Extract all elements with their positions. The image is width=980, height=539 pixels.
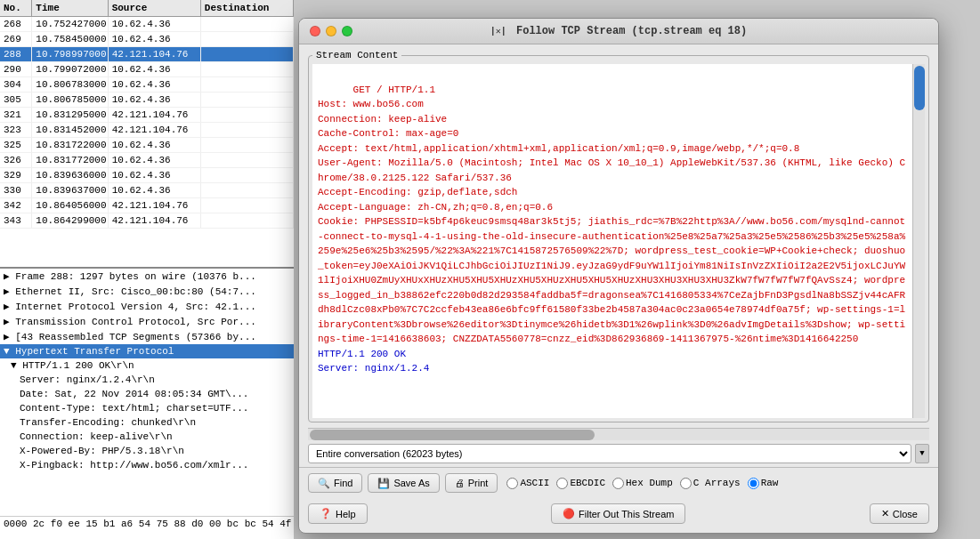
- ascii-radio[interactable]: [506, 478, 518, 489]
- cell-no: 326: [0, 153, 32, 167]
- conversation-select[interactable]: Entire conversation (62023 bytes): [308, 444, 911, 463]
- cell-no: 329: [0, 168, 32, 182]
- cell-time: 10.806783000: [32, 77, 108, 92]
- cell-source: 10.62.4.36: [109, 168, 201, 182]
- packet-row[interactable]: 268 10.752427000 10.62.4.36: [0, 17, 294, 32]
- filter-out-button[interactable]: 🔴 Filter Out This Stream: [551, 503, 685, 524]
- detail-rows: ▶ Frame 288: 1297 bytes on wire (10376 b…: [0, 269, 294, 472]
- cell-dest: [201, 62, 294, 76]
- detail-row[interactable]: ▼ HTTP/1.1 200 OK\r\n: [0, 358, 294, 373]
- tcp-stream-dialog: |✕| Follow TCP Stream (tcp.stream eq 18)…: [298, 18, 939, 534]
- bottom-button-row: ❓ Help 🔴 Filter Out This Stream ✕ Close: [299, 498, 938, 533]
- detail-row[interactable]: ▶ Internet Protocol Version 4, Src: 42.1…: [0, 299, 294, 314]
- detail-row[interactable]: Server: nginx/1.2.4\r\n: [0, 373, 294, 387]
- close-button[interactable]: ✕ Close: [870, 503, 929, 524]
- hexdump-radio-label[interactable]: Hex Dump: [612, 478, 673, 489]
- help-icon: ❓: [320, 508, 332, 519]
- detail-row[interactable]: X-Pingback: http://www.bo56.com/xmlr...: [0, 458, 294, 472]
- cell-source: 10.62.4.36: [109, 153, 201, 167]
- cell-dest: [201, 138, 294, 152]
- packet-row[interactable]: 305 10.806785000 10.62.4.36: [0, 93, 294, 108]
- carrays-radio[interactable]: [680, 478, 692, 489]
- packet-row[interactable]: 329 10.839636000 10.62.4.36: [0, 168, 294, 183]
- cell-dest: [201, 17, 294, 31]
- content-area-wrapper: GET / HTTP/1.1 Host: www.bo56.com Connec…: [312, 64, 925, 418]
- ascii-radio-label[interactable]: ASCII: [506, 478, 549, 489]
- detail-row[interactable]: Content-Type: text/html; charset=UTF...: [0, 401, 294, 415]
- header-no: No.: [0, 0, 32, 16]
- carrays-radio-label[interactable]: C Arrays: [680, 478, 741, 489]
- packet-row[interactable]: 326 10.831772000 10.62.4.36: [0, 153, 294, 168]
- raw-radio-label[interactable]: Raw: [748, 478, 779, 489]
- cell-dest: [201, 123, 294, 137]
- detail-row[interactable]: ▶ Ethernet II, Src: Cisco_00:bc:80 (54:7…: [0, 284, 294, 299]
- packet-row[interactable]: 304 10.806783000 10.62.4.36: [0, 77, 294, 93]
- detail-row[interactable]: ▼ Hypertext Transfer Protocol: [0, 344, 294, 358]
- help-button[interactable]: ❓ Help: [308, 503, 368, 524]
- detail-row[interactable]: ▶ Frame 288: 1297 bytes on wire (10376 b…: [0, 269, 294, 284]
- cell-dest: [201, 198, 294, 213]
- close-traffic-light[interactable]: [310, 26, 320, 36]
- close-icon: ✕: [881, 508, 889, 519]
- detail-row[interactable]: Connection: keep-alive\r\n: [0, 430, 294, 444]
- header-time: Time: [32, 0, 108, 16]
- cell-time: 10.831295000: [32, 108, 108, 122]
- dropdown-arrow[interactable]: ▼: [915, 444, 929, 463]
- minimize-traffic-light[interactable]: [326, 26, 336, 36]
- stream-content-fieldset: Stream Content GET / HTTP/1.1 Host: www.…: [308, 50, 929, 422]
- traffic-lights: [310, 26, 352, 36]
- cell-dest: [201, 93, 294, 107]
- ebcdic-radio-label[interactable]: EBCDIC: [556, 478, 605, 489]
- save-icon: 💾: [377, 478, 390, 489]
- scrollbar-horizontal[interactable]: [308, 428, 929, 440]
- detail-row[interactable]: Date: Sat, 22 Nov 2014 08:05:34 GMT\...: [0, 387, 294, 401]
- save-as-button[interactable]: 💾 Save As: [368, 473, 439, 493]
- packet-row[interactable]: 290 10.799072000 10.62.4.36: [0, 62, 294, 77]
- client-stream-text: GET / HTTP/1.1 Host: www.bo56.com Connec…: [318, 84, 905, 345]
- packet-row[interactable]: 323 10.831452000 42.121.104.76: [0, 123, 294, 138]
- cell-source: 42.121.104.76: [109, 198, 201, 213]
- cell-source: 10.62.4.36: [109, 62, 201, 76]
- packet-row[interactable]: 288 10.798997000 42.121.104.76: [0, 47, 294, 62]
- cell-time: 10.839636000: [32, 168, 108, 182]
- cell-dest: [201, 47, 294, 61]
- cell-no: 305: [0, 93, 32, 107]
- packet-rows: 268 10.752427000 10.62.4.36 269 10.75845…: [0, 17, 294, 229]
- detail-row[interactable]: Transfer-Encoding: chunked\r\n: [0, 415, 294, 430]
- hexdump-radio[interactable]: [612, 478, 624, 489]
- dialog-title-text: Follow TCP Stream (tcp.stream eq 18): [516, 25, 747, 37]
- packet-row[interactable]: 342 10.864056000 42.121.104.76: [0, 198, 294, 213]
- packet-row[interactable]: 321 10.831295000 42.121.104.76: [0, 108, 294, 123]
- detail-row[interactable]: ▶ [43 Reassembled TCP Segments (57366 by…: [0, 329, 294, 344]
- cell-time: 10.839637000: [32, 183, 108, 197]
- scrollbar-thumb: [914, 66, 925, 110]
- cell-dest: [201, 183, 294, 197]
- cell-no: 288: [0, 47, 32, 61]
- stream-icon: |✕|: [490, 27, 506, 36]
- hex-text: 0000 2c f0 ee 15 b1 a6 54 75 88 d0 00 bc…: [4, 519, 294, 529]
- ebcdic-radio[interactable]: [556, 478, 568, 489]
- cell-source: 10.62.4.36: [109, 93, 201, 107]
- packet-row[interactable]: 269 10.758450000 10.62.4.36: [0, 32, 294, 47]
- raw-radio[interactable]: [748, 478, 759, 489]
- packet-row[interactable]: 330 10.839637000 10.62.4.36: [0, 183, 294, 198]
- cell-source: 10.62.4.36: [109, 138, 201, 152]
- raw-label: Raw: [761, 478, 779, 488]
- find-button[interactable]: 🔍 Find: [308, 473, 362, 493]
- cell-dest: [201, 153, 294, 167]
- detail-row[interactable]: ▶ Transmission Control Protocol, Src Por…: [0, 314, 294, 329]
- filter-icon: 🔴: [563, 508, 575, 519]
- cell-time: 10.758450000: [32, 32, 108, 46]
- header-source: Source: [109, 0, 201, 16]
- detail-row[interactable]: X-Powered-By: PHP/5.3.18\r\n: [0, 444, 294, 458]
- packet-list: No. Time Source Destination 268 10.75242…: [0, 0, 294, 539]
- ebcdic-label: EBCDIC: [570, 478, 605, 488]
- packet-row[interactable]: 325 10.831722000 10.62.4.36: [0, 138, 294, 153]
- print-button[interactable]: 🖨 Print: [445, 473, 498, 493]
- cell-time: 10.806785000: [32, 93, 108, 107]
- stream-content-area[interactable]: GET / HTTP/1.1 Host: www.bo56.com Connec…: [312, 64, 912, 418]
- packet-row[interactable]: 343 10.864299000 42.121.104.76: [0, 213, 294, 229]
- cell-dest: [201, 77, 294, 92]
- zoom-traffic-light[interactable]: [342, 26, 352, 36]
- scrollbar-vertical[interactable]: [912, 64, 925, 418]
